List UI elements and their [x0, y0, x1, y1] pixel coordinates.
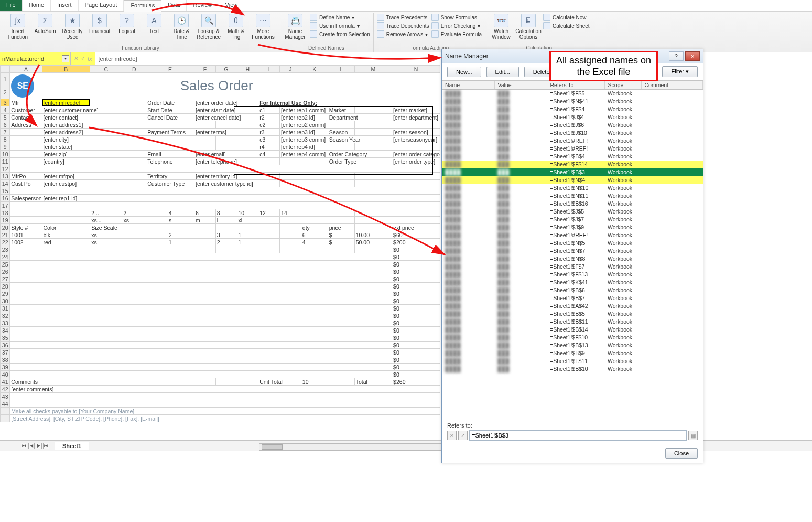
name-row[interactable]: ███████=Sheet1!$J$10Workbook — [442, 129, 703, 137]
name-row[interactable]: ███████=Sheet1!$B$11Workbook — [442, 318, 703, 326]
name-box[interactable]: nManufacturerId ▾ — [0, 52, 71, 65]
name-row[interactable]: ███████=Sheet1!$F$5Workbook — [442, 90, 703, 98]
name-row[interactable]: ███████=Sheet1!$A$42Workbook — [442, 302, 703, 310]
refers-cancel-icon[interactable]: ✕ — [447, 431, 457, 440]
name-row[interactable]: ███████=Sheet1!$B$3Workbook — [442, 168, 703, 176]
name-row[interactable]: ███████=Sheet1!$B$7Workbook — [442, 294, 703, 302]
cell-customer[interactable]: [enter customer name] — [42, 106, 122, 114]
more-functions-button[interactable]: ⋯More Functions — [251, 13, 276, 40]
tab-review[interactable]: Review — [187, 0, 219, 11]
name-row[interactable]: ███████=Sheet1!$N$11Workbook — [442, 192, 703, 200]
cell-terms[interactable]: [enter terms] — [194, 129, 258, 136]
cell-mfrcode[interactable]: [enter mfrcode] — [42, 99, 90, 106]
col-name[interactable]: Name — [442, 81, 494, 90]
cell-seasonyear[interactable]: [enterseasonyear] — [392, 136, 440, 143]
cell-rep2id[interactable]: [enter rep2 id] — [280, 114, 328, 121]
enter-icon[interactable]: ✓ — [81, 55, 85, 62]
trace-precedents-button[interactable]: Trace Precedents — [377, 14, 429, 21]
create-from-selection-button[interactable]: Create from Selection — [310, 30, 370, 38]
refers-to-input[interactable] — [469, 430, 687, 441]
name-row[interactable]: ███████=Sheet1!$N$10Workbook — [442, 184, 703, 192]
filter-button[interactable]: Filter ▾ — [662, 66, 698, 77]
cell-rep2comm[interactable]: [enter rep2 comm] — [280, 121, 328, 129]
lookup-button[interactable]: 🔍Lookup & Reference — [196, 13, 221, 40]
cell-country[interactable]: [country] — [42, 158, 122, 165]
tab-home[interactable]: Home — [23, 0, 51, 11]
cell-state[interactable]: [enter state] — [42, 143, 122, 151]
tab-data[interactable]: Data — [161, 0, 187, 11]
cell-price[interactable]: 50.00 — [354, 239, 392, 246]
name-row[interactable]: ███████=Sheet1!$K$41Workbook — [442, 279, 703, 286]
trace-dependents-button[interactable]: Trace Dependents — [377, 22, 429, 29]
name-row[interactable]: ███████=Sheet1!#REF!Workbook — [442, 145, 703, 153]
name-manager-button[interactable]: 📇Name Manager — [283, 13, 308, 40]
name-row[interactable]: ███████=Sheet1!$B$10Workbook — [442, 365, 703, 373]
name-row[interactable]: ███████=Sheet1!$B$5Workbook — [442, 310, 703, 318]
name-row[interactable]: ███████=Sheet1!#REF!Workbook — [442, 137, 703, 145]
col-scope[interactable]: Scope — [604, 81, 641, 90]
show-formulas-button[interactable]: Show Formulas — [431, 14, 482, 21]
cell-mfrpo[interactable]: [enter mfrpo] — [42, 173, 90, 180]
name-row[interactable]: ███████=Sheet1!$N$41Workbook — [442, 98, 703, 105]
new-button[interactable]: New... — [447, 67, 481, 77]
cell-rep4id[interactable]: [enter rep4 id] — [280, 143, 328, 151]
name-row[interactable]: ███████=Sheet1!$F$11Workbook — [442, 357, 703, 365]
cell-startdate[interactable]: [enter start date] — [194, 106, 258, 114]
calculate-sheet-button[interactable]: Calculate Sheet — [543, 22, 590, 29]
name-row[interactable]: ███████=Sheet1!$J$5Workbook — [442, 208, 703, 216]
name-row[interactable]: ███████=Sheet1!$B$16Workbook — [442, 200, 703, 208]
cell-price[interactable]: 10.00 — [354, 231, 392, 239]
autosum-button[interactable]: ΣAutoSum — [33, 13, 58, 34]
watch-window-button[interactable]: 👓Watch Window — [489, 13, 514, 40]
name-row[interactable]: ███████=Sheet1!$B$13Workbook — [442, 342, 703, 349]
cell-email[interactable]: [enter email] — [194, 151, 258, 158]
name-row[interactable]: ███████=Sheet1!$F$14Workbook — [442, 161, 703, 168]
cell-market[interactable]: [enter market] — [392, 106, 440, 114]
cell-color[interactable]: red — [42, 239, 90, 246]
close-button[interactable]: Close — [665, 448, 698, 459]
calculation-options-button[interactable]: 🖩Calculation Options — [516, 13, 541, 40]
col-refers[interactable]: Refers To — [547, 81, 604, 90]
cell-orderdate[interactable]: [enter order date] — [194, 99, 258, 106]
close-x-button[interactable]: ✕ — [685, 51, 700, 61]
name-list[interactable]: NameValueRefers ToScopeComment ███████=S… — [442, 80, 703, 419]
cancel-icon[interactable]: ✕ — [74, 55, 79, 62]
cell-contact[interactable]: [enter contact] — [42, 114, 122, 121]
cell-addr2[interactable]: [enter address2] — [42, 129, 122, 136]
recently-used-button[interactable]: ★Recently Used — [60, 13, 85, 40]
column-headers[interactable]: ABCDEFGHIJKLMN — [1, 66, 440, 73]
name-row[interactable]: ███████=Sheet1!$N$4Workbook — [442, 176, 703, 184]
sheet-nav[interactable]: ⏮◀▶⏭ — [21, 443, 49, 449]
cell-telephone[interactable]: [enter telephone] — [194, 158, 258, 165]
col-comment[interactable]: Comment — [641, 81, 703, 90]
tab-insert[interactable]: Insert — [51, 0, 79, 11]
help-button[interactable]: ? — [669, 51, 684, 61]
name-box-dropdown[interactable]: ▾ — [62, 55, 69, 62]
name-row[interactable]: ███████=Sheet1!$F$4Workbook — [442, 105, 703, 113]
logical-button[interactable]: ?Logical — [114, 13, 139, 34]
horizontal-scrollbar[interactable] — [259, 443, 441, 451]
cell-custpo[interactable]: [enter custpo] — [42, 180, 90, 187]
cell-ordertype[interactable]: [enter order type] — [392, 158, 440, 165]
name-row[interactable]: ███████=Sheet1!$N$8Workbook — [442, 255, 703, 263]
tab-view[interactable]: View — [219, 0, 245, 11]
text-button[interactable]: AText — [142, 13, 167, 34]
name-row[interactable]: ███████=Sheet1!$F$10Workbook — [442, 334, 703, 342]
name-row[interactable]: ███████=Sheet1!$J$4Workbook — [442, 113, 703, 121]
name-row[interactable]: ███████=Sheet1!$N$5Workbook — [442, 239, 703, 247]
cell-city[interactable]: [enter city] — [42, 136, 122, 143]
cell-canceldate[interactable]: [enter cancel date] — [194, 114, 258, 121]
cell-rep4comm[interactable]: [enter rep4 comm] — [280, 151, 328, 158]
calculate-now-button[interactable]: Calculate Now — [543, 14, 590, 21]
name-row[interactable]: ███████=Sheet1!$B$4Workbook — [442, 153, 703, 161]
remove-arrows-button[interactable]: Remove Arrows ▾ — [377, 30, 429, 38]
cell-scale[interactable]: xs — [90, 239, 122, 246]
use-in-formula-button[interactable]: Use in Formula ▾ — [310, 22, 370, 29]
refers-accept-icon[interactable]: ✓ — [458, 431, 468, 440]
cell-zip[interactable]: [enter zip] — [42, 151, 122, 158]
cell-territory[interactable]: [enter territory id] — [194, 173, 258, 180]
edit-button[interactable]: Edit... — [486, 67, 519, 77]
name-row[interactable]: ███████=Sheet1!$B$6Workbook — [442, 286, 703, 294]
cell-custtype[interactable]: [enter customer type id] — [194, 180, 279, 187]
cell-addr1[interactable]: [enter address1] — [42, 121, 122, 129]
